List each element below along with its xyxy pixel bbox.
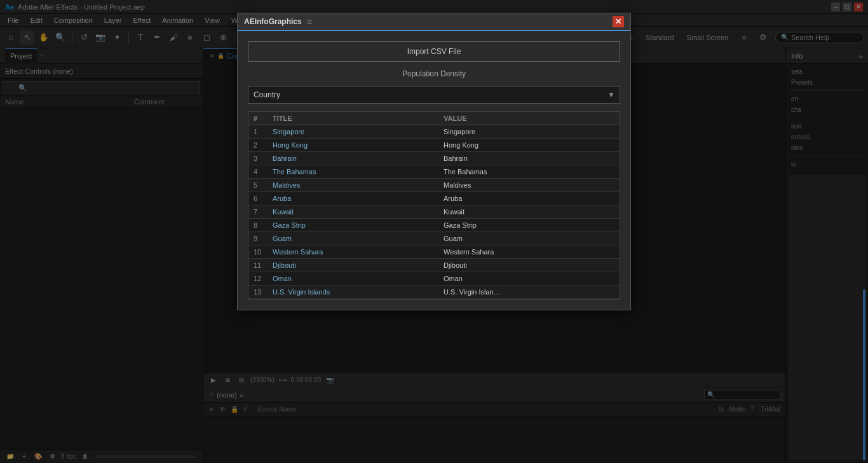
- table-row[interactable]: 10Western SaharaWestern Sahara: [248, 245, 620, 259]
- cell-num: 9: [254, 235, 273, 242]
- cell-value: The Bahamas: [444, 168, 614, 176]
- cell-value: Maldives: [444, 181, 614, 189]
- table-row[interactable]: 1SingaporeSingapore: [248, 125, 620, 139]
- th-title: TITLE: [273, 114, 444, 122]
- modal-title-bar: AEInfoGraphics ≡ ✕: [238, 13, 630, 31]
- table-row[interactable]: 11DjiboutiDjibouti: [248, 259, 620, 272]
- cell-title: Gaza Strip: [273, 221, 444, 229]
- cell-title: U.S. Virgin Islands: [273, 288, 444, 296]
- cell-num: 5: [254, 181, 273, 189]
- country-dropdown[interactable]: Country City Region Continent: [248, 86, 620, 104]
- cell-title: The Bahamas: [273, 168, 444, 176]
- modal-body: Import CSV File Population Density Count…: [238, 31, 630, 310]
- cell-num: 1: [254, 128, 273, 135]
- data-table-body: 1SingaporeSingapore2Hong KongHong Kong3B…: [248, 125, 620, 299]
- th-num: #: [254, 114, 273, 122]
- cell-title: Aruba: [273, 195, 444, 202]
- table-row[interactable]: 13U.S. Virgin IslandsU.S. Virgin Islan…: [248, 286, 620, 299]
- cell-title: Oman: [273, 275, 444, 282]
- table-row[interactable]: 5MaldivesMaldives: [248, 179, 620, 192]
- cell-value: Djibouti: [444, 261, 614, 269]
- table-row[interactable]: 7KuwaitKuwait: [248, 205, 620, 219]
- table-row[interactable]: 9GuamGuam: [248, 232, 620, 245]
- table-row[interactable]: 3BahrainBahrain: [248, 152, 620, 165]
- cell-value: Singapore: [444, 128, 614, 135]
- cell-title: Djibouti: [273, 261, 444, 269]
- cell-title: Hong Kong: [273, 141, 444, 149]
- th-value: VALUE: [444, 114, 614, 122]
- modal-close-button[interactable]: ✕: [613, 16, 624, 27]
- country-dropdown-wrapper: Country City Region Continent ▼: [248, 86, 620, 104]
- cell-num: 6: [254, 195, 273, 202]
- cell-value: Bahrain: [444, 155, 614, 162]
- table-row[interactable]: 2Hong KongHong Kong: [248, 139, 620, 152]
- cell-title: Maldives: [273, 181, 444, 189]
- cell-num: 11: [254, 261, 273, 269]
- cell-title: Bahrain: [273, 155, 444, 162]
- cell-title: Singapore: [273, 128, 444, 135]
- cell-value: Oman: [444, 275, 614, 282]
- cell-value: Hong Kong: [444, 141, 614, 149]
- cell-num: 4: [254, 168, 273, 176]
- cell-value: Aruba: [444, 195, 614, 202]
- aeinfographics-modal: AEInfoGraphics ≡ ✕ Import CSV File Popul…: [237, 13, 631, 310]
- table-row[interactable]: 4The BahamasThe Bahamas: [248, 165, 620, 179]
- modal-overlay: AEInfoGraphics ≡ ✕ Import CSV File Popul…: [0, 0, 868, 463]
- modal-title-text: AEInfoGraphics: [244, 17, 302, 26]
- cell-num: 10: [254, 248, 273, 256]
- data-table-header: # TITLE VALUE: [248, 112, 620, 125]
- cell-title: Guam: [273, 235, 444, 242]
- cell-num: 8: [254, 221, 273, 229]
- modal-title-left: AEInfoGraphics ≡: [244, 17, 312, 27]
- cell-num: 7: [254, 208, 273, 216]
- cell-num: 2: [254, 141, 273, 149]
- cell-value: U.S. Virgin Islan…: [444, 288, 614, 296]
- cell-num: 13: [254, 288, 273, 296]
- cell-value: Gaza Strip: [444, 221, 614, 229]
- table-row[interactable]: 12OmanOman: [248, 272, 620, 286]
- table-row[interactable]: 8Gaza StripGaza Strip: [248, 219, 620, 232]
- table-row[interactable]: 6ArubaAruba: [248, 192, 620, 205]
- cell-value: Kuwait: [444, 208, 614, 216]
- cell-num: 12: [254, 275, 273, 282]
- cell-value: Western Sahara: [444, 248, 614, 256]
- cell-num: 3: [254, 155, 273, 162]
- population-density-label: Population Density: [248, 69, 620, 78]
- cell-title: Western Sahara: [273, 248, 444, 256]
- import-csv-button[interactable]: Import CSV File: [248, 41, 620, 62]
- cell-value: Guam: [444, 235, 614, 242]
- data-table: # TITLE VALUE 1SingaporeSingapore2Hong K…: [248, 111, 620, 300]
- modal-menu-icon[interactable]: ≡: [307, 17, 312, 27]
- cell-title: Kuwait: [273, 208, 444, 216]
